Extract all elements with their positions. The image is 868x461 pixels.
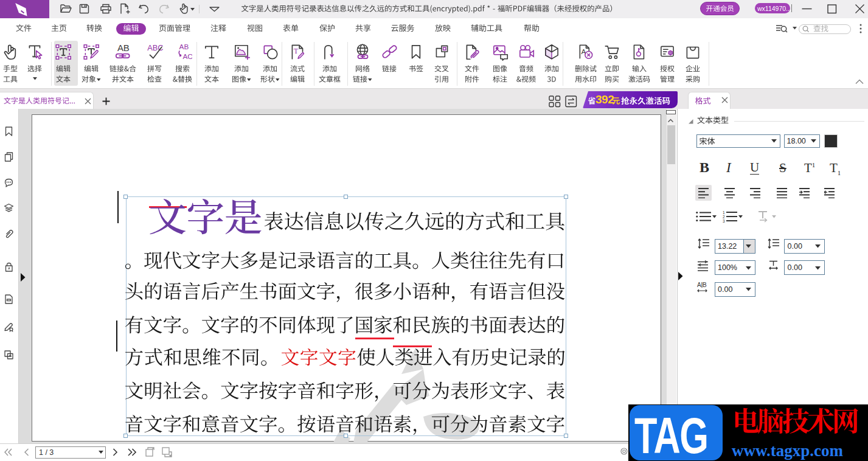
svg-text:A: A (697, 282, 701, 288)
svg-text:2: 2 (723, 215, 725, 219)
svg-text:AB: AB (117, 43, 129, 53)
svg-text:AC: AC (182, 52, 192, 60)
svg-text:B: B (703, 282, 707, 288)
svg-text:3: 3 (723, 219, 725, 223)
svg-text:T: T (294, 47, 298, 55)
svg-text:1: 1 (723, 210, 725, 215)
svg-text:AB: AB (179, 43, 189, 50)
